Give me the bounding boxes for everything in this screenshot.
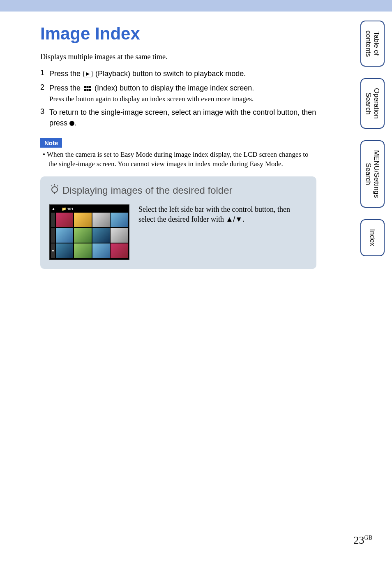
step-text: Press the (Index) button to display the … xyxy=(49,83,316,93)
svg-line-10 xyxy=(57,185,58,186)
tab-operation-search[interactable]: OperationSearch xyxy=(360,78,385,129)
step-2: 2 Press the (Index) button to display th… xyxy=(40,83,316,103)
note-label: Note xyxy=(40,138,62,148)
tip-text: Select the left side bar with the contro… xyxy=(138,204,307,225)
index-icon xyxy=(83,86,92,91)
step-subtext: Press the button again to display an ind… xyxy=(49,95,316,103)
step-3: 3 To return to the single-image screen, … xyxy=(40,107,316,128)
step-1: 1 Press the (Playback) button to switch … xyxy=(40,69,316,79)
svg-rect-4 xyxy=(84,89,86,91)
tip-title: Displaying images of the desired folder xyxy=(49,184,307,197)
svg-marker-0 xyxy=(86,72,90,76)
svg-rect-1 xyxy=(84,86,86,88)
svg-rect-5 xyxy=(87,89,89,91)
center-button-icon xyxy=(69,121,74,126)
step-number: 2 xyxy=(40,83,49,92)
main-content: Image Index Displays multiple images at … xyxy=(0,12,341,277)
step-number: 3 xyxy=(40,107,49,116)
folder-number: 📁 101 xyxy=(62,207,74,211)
page-number: 23GB xyxy=(354,534,372,547)
svg-rect-2 xyxy=(87,86,89,88)
top-bar xyxy=(0,0,392,12)
tip-box: Displaying images of the desired folder … xyxy=(40,176,316,269)
hint-icon xyxy=(49,184,60,197)
step-text: Press the (Playback) button to switch to… xyxy=(49,69,316,79)
svg-line-9 xyxy=(51,185,52,186)
svg-point-7 xyxy=(52,187,58,192)
side-nav-tabs: Table ofcontents OperationSearch MENU/Se… xyxy=(360,21,385,256)
tab-table-of-contents[interactable]: Table ofcontents xyxy=(360,21,385,67)
tab-menu-settings-search[interactable]: MENU/SettingsSearch xyxy=(360,140,385,208)
svg-rect-6 xyxy=(89,89,91,91)
page-title: Image Index xyxy=(40,24,316,44)
step-text: To return to the single-image screen, se… xyxy=(49,107,316,128)
playback-icon xyxy=(83,71,92,77)
intro-text: Displays multiple images at the same tim… xyxy=(40,53,316,61)
note-text: • When the camera is set to Easy Mode du… xyxy=(48,150,316,169)
tab-index[interactable]: Index xyxy=(360,219,385,256)
folder-thumbnail-grid: ▲ 📁 101 ▼ xyxy=(49,204,129,260)
thumb-up-arrow: ▲ xyxy=(52,207,55,211)
svg-rect-3 xyxy=(89,86,91,88)
step-number: 1 xyxy=(40,69,49,77)
